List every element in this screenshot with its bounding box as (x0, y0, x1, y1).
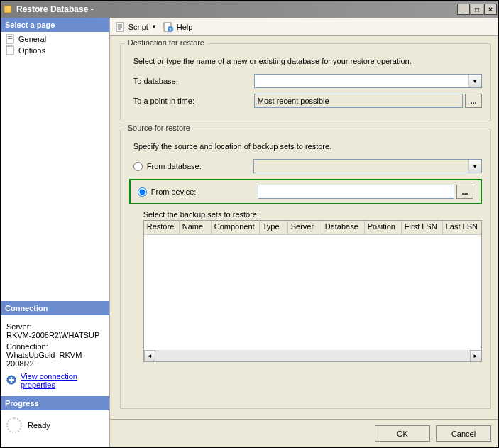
cancel-button[interactable]: Cancel (436, 425, 491, 442)
ok-button[interactable]: OK (375, 425, 430, 442)
view-connection-properties-link[interactable]: View connection properties (21, 372, 104, 389)
chevron-down-icon: ▼ (151, 23, 157, 30)
scroll-left-icon[interactable]: ◄ (144, 350, 155, 361)
point-in-time-browse-button[interactable]: ... (465, 94, 482, 108)
grid-body (144, 235, 481, 350)
from-device-label: From device: (151, 187, 258, 196)
connection-header: Connection (1, 301, 109, 315)
minimize-button[interactable]: _ (457, 4, 470, 15)
to-database-combo[interactable]: ▼ (254, 74, 482, 88)
scroll-right-icon[interactable]: ► (470, 350, 481, 361)
to-point-label: To a point in time: (133, 97, 254, 105)
app-icon (2, 4, 13, 15)
from-device-browse-button[interactable]: ... (456, 185, 473, 199)
to-point-value: Most recent possible (258, 97, 329, 105)
svg-rect-6 (8, 50, 12, 50)
nav-item-options[interactable]: Options (1, 45, 109, 56)
script-label: Script (128, 23, 148, 31)
from-device-path[interactable] (258, 185, 454, 199)
title-bar: Restore Database - _ □ × (1, 1, 498, 18)
server-label: Server: (6, 322, 104, 331)
backup-sets-label: Select the backup sets to restore: (129, 210, 482, 219)
connection-properties-icon (6, 375, 16, 386)
main-panel: Script ▼ ? Help Destination for restore … (110, 18, 498, 447)
col-first-lsn[interactable]: First LSN (402, 221, 443, 234)
help-button[interactable]: ? Help (163, 21, 193, 33)
nav-item-label: Options (18, 46, 45, 55)
help-icon: ? (163, 21, 174, 33)
col-component[interactable]: Component (212, 221, 260, 234)
col-type[interactable]: Type (260, 221, 288, 234)
page-icon (5, 45, 15, 55)
grid-header: Restore Name Component Type Server Datab… (144, 221, 481, 235)
source-help: Specify the source and location of backu… (133, 142, 482, 151)
destination-legend: Destination for restore (125, 38, 207, 47)
server-value: RKVM-2008R2\WHATSUP (6, 331, 104, 339)
to-point-value-box: Most recent possible (254, 94, 463, 108)
source-legend: Source for restore (125, 124, 193, 132)
col-last-lsn[interactable]: Last LSN (443, 221, 481, 234)
svg-rect-3 (8, 38, 12, 39)
destination-help: Select or type the name of a new or exis… (133, 57, 482, 65)
source-group: Source for restore Specify the source an… (120, 129, 491, 409)
destination-group: Destination for restore Select or type t… (120, 43, 491, 121)
col-name[interactable]: Name (180, 221, 212, 234)
page-icon (5, 34, 15, 44)
svg-rect-0 (4, 6, 11, 13)
nav-item-general[interactable]: General (1, 33, 109, 45)
progress-header: Progress (1, 396, 109, 410)
chevron-down-icon: ▼ (468, 75, 481, 87)
maximize-button[interactable]: □ (471, 4, 483, 15)
col-restore[interactable]: Restore (144, 221, 180, 234)
window-title: Restore Database - (16, 4, 457, 14)
col-server[interactable]: Server (288, 221, 322, 234)
connection-label: Connection: (6, 342, 104, 351)
connection-value: WhatsUpGold_RKVM-2008R2 (6, 351, 104, 368)
help-label: Help (177, 23, 193, 31)
from-device-highlight: From device: ... (129, 179, 482, 204)
backup-sets-grid[interactable]: Restore Name Component Type Server Datab… (143, 220, 482, 362)
from-database-label: From database: (147, 162, 253, 170)
progress-status: Ready (28, 421, 50, 430)
svg-rect-9 (11, 377, 12, 383)
chevron-down-icon: ▼ (468, 160, 481, 173)
select-page-header: Select a page (1, 18, 109, 32)
nav-item-label: General (18, 35, 46, 43)
to-database-label: To database: (133, 77, 254, 85)
svg-rect-2 (8, 36, 12, 37)
svg-rect-5 (8, 48, 12, 48)
from-database-combo: ▼ (253, 159, 482, 173)
horizontal-scrollbar[interactable]: ◄ ► (144, 350, 481, 361)
col-position[interactable]: Position (365, 221, 402, 234)
script-icon (114, 21, 126, 33)
from-device-radio[interactable] (138, 187, 147, 197)
col-database[interactable]: Database (322, 221, 365, 234)
toolbar: Script ▼ ? Help (110, 18, 498, 36)
script-button[interactable]: Script ▼ (114, 21, 157, 33)
close-button[interactable]: × (484, 4, 497, 15)
dialog-footer: OK Cancel (110, 419, 498, 447)
from-database-radio[interactable] (133, 162, 143, 171)
progress-spinner-icon (6, 417, 22, 433)
sidebar: Select a page General Options Connection… (1, 18, 110, 447)
